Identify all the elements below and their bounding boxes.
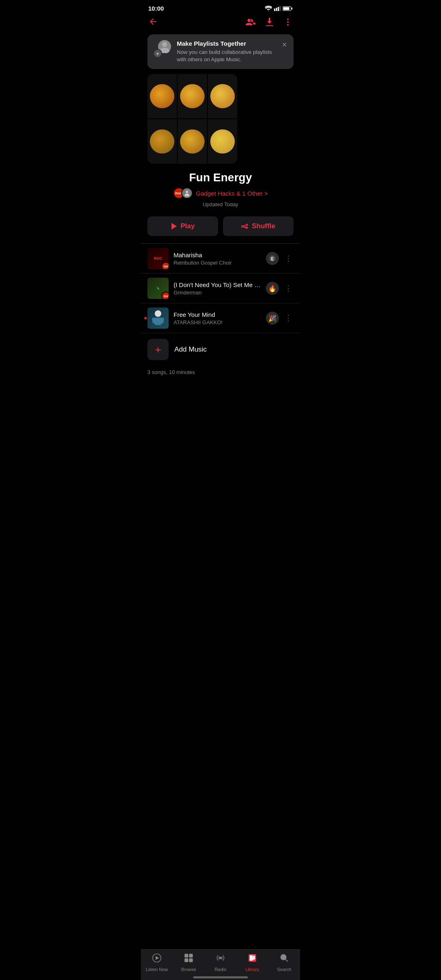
nav-bar [141,15,300,34]
song-info-1: Maharisha Retribution Gospel Choir [174,252,261,266]
playlist-authors[interactable]: RGC Gadget Hacks & 1 Other > [147,187,294,199]
tooltip-title: Make Playlists Together [177,40,275,47]
people-icon [245,18,256,27]
tooltip-close-button[interactable]: ✕ [281,40,288,49]
add-music-icon: + [147,339,169,360]
album-cell-5 [178,119,207,164]
svg-point-10 [162,42,167,47]
thumb-overlay-1: GH [161,262,169,269]
author-name: Gadget Hacks & 1 Other > [196,190,268,197]
explicit-icon [269,255,276,262]
song-badge-2: 🔥 [266,282,279,295]
song-actions-1: ⋮ [266,252,294,265]
album-cell-1 [147,74,177,118]
svg-point-8 [287,21,289,23]
thumb-overlay-2: GH [161,292,169,299]
more-dots-icon [283,17,293,27]
album-cell-4 [147,119,177,164]
song-actions-3: 🎉 ⋮ [266,312,294,325]
song-item-1[interactable]: RGC GH Maharisha Retribution Gospel Choi… [141,244,300,274]
tooltip-content: Make Playlists Together Now you can buil… [177,40,275,63]
nav-actions [245,17,293,29]
battery-icon [283,6,293,11]
action-buttons: Play Shuffle [141,216,300,243]
album-cell-3 [208,74,237,118]
song-info-3: Free Your Mind ATARASHII GAKKO! [174,311,261,325]
song-more-1[interactable]: ⋮ [283,252,294,265]
svg-rect-0 [274,9,275,11]
add-music-label: Add Music [174,345,207,354]
song-list: RGC GH Maharisha Retribution Gospel Choi… [141,243,300,366]
tooltip-icon: + [153,40,171,58]
collaborators-button[interactable] [245,18,256,29]
song-title-2: (I Don't Need You To) Set Me Free [174,281,261,288]
svg-rect-2 [278,7,279,11]
author-avatar-2 [181,187,193,199]
status-time: 10:00 [148,5,164,12]
shuffle-icon [241,223,249,229]
author-avatars: RGC [173,187,193,199]
svg-point-12 [186,191,188,193]
album-art-3 [151,310,165,327]
song-title-1: Maharisha [174,252,261,258]
shuffle-button[interactable]: Shuffle [223,216,294,236]
song-artist-1: Retribution Gospel Choir [174,260,261,266]
song-item-3[interactable]: ★ Free Your Mind ATARASHII GAKKO! 🎉 ⋮ [141,303,300,333]
download-icon [265,17,274,27]
svg-point-13 [185,194,189,196]
svg-point-7 [287,18,289,20]
playlist-updated: Updated Today [147,201,294,207]
song-item-2[interactable]: 🦎 GH (I Don't Need You To) Set Me Free G… [141,274,300,303]
more-button[interactable] [283,17,293,29]
album-art-container [147,74,237,164]
song-thumbnail-3 [147,307,169,329]
song-thumbnail-1: RGC GH [147,248,169,269]
song-artist-2: Grinderman [174,290,261,296]
song-info-2: (I Don't Need You To) Set Me Free Grinde… [174,281,261,296]
tooltip-description: Now you can build collaborative playlist… [177,49,275,63]
album-art-grid [147,74,237,164]
svg-point-9 [287,24,289,26]
svg-rect-6 [283,7,290,10]
shuffle-label: Shuffle [252,222,276,230]
back-arrow-icon [148,17,158,27]
play-label: Play [180,222,195,230]
song-badge-1 [266,252,279,265]
album-cell-2 [178,74,207,118]
song-more-2[interactable]: ⋮ [283,282,294,294]
song-title-3: Free Your Mind [174,311,261,318]
wifi-icon [265,6,272,11]
status-bar: 10:00 [141,0,300,15]
song-count: 3 songs, 10 minutes [141,366,300,383]
svg-rect-5 [292,7,293,9]
song-badge-3: 🎉 [266,312,279,325]
album-cell-6 [208,119,237,164]
download-button[interactable] [265,17,274,29]
status-icons [265,6,293,11]
svg-rect-3 [280,6,281,11]
song-actions-2: 🔥 ⋮ [266,282,294,295]
person-icon [184,190,190,196]
song-thumbnail-2: 🦎 GH [147,278,169,299]
playlist-title: Fun Energy [147,171,294,184]
add-music-item[interactable]: + Add Music [141,333,300,366]
add-person-icon: + [153,49,162,58]
tooltip-banner: + Make Playlists Together Now you can bu… [147,34,294,69]
song-more-3[interactable]: ⋮ [283,312,294,324]
svg-rect-1 [276,8,277,11]
signal-icon [274,6,281,11]
play-button[interactable]: Play [147,216,218,236]
song-artist-3: ATARASHII GAKKO! [174,319,261,325]
back-button[interactable] [148,17,158,29]
svg-point-15 [155,310,161,317]
play-icon [171,223,177,230]
playlist-info: Fun Energy RGC Gadget Hacks & 1 Other > … [141,164,300,216]
